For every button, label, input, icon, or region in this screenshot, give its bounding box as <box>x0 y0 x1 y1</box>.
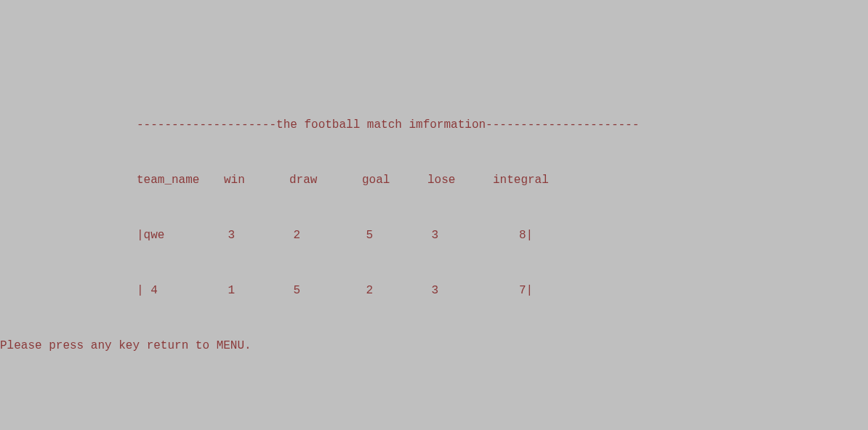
header-integral: integral <box>493 166 551 195</box>
pipe-left: | <box>137 221 144 250</box>
cell-draw: 5 <box>294 276 366 305</box>
table-row: | 415237| <box>0 276 868 305</box>
header-goal: goal <box>362 166 427 195</box>
header-win: win <box>224 166 289 195</box>
pipe-right: | <box>526 221 534 250</box>
table-row: |qwe32538| <box>0 221 868 250</box>
table-header-row: team_namewindrawgoalloseintegral <box>0 166 868 195</box>
cell-lose: 3 <box>432 276 497 305</box>
header-team-name: team_name <box>137 166 224 195</box>
cell-win: 1 <box>228 276 294 305</box>
cell-team-name: qwe <box>144 221 228 250</box>
cell-team-name: 4 <box>144 276 228 305</box>
cell-draw: 2 <box>294 221 366 250</box>
cell-goal: 2 <box>366 276 432 305</box>
header-draw: draw <box>289 166 362 195</box>
header-lose: lose <box>427 166 493 195</box>
pipe-left: | <box>137 276 144 305</box>
cell-integral: 8 <box>497 221 526 250</box>
pipe-right: | <box>526 276 534 305</box>
title-separator: --------------------the football match i… <box>0 110 868 139</box>
cell-integral: 7 <box>497 276 526 305</box>
prompt-message: Please press any key return to MENU. <box>0 331 868 360</box>
cell-lose: 3 <box>432 221 497 250</box>
cell-win: 3 <box>228 221 294 250</box>
cell-goal: 5 <box>366 221 432 250</box>
